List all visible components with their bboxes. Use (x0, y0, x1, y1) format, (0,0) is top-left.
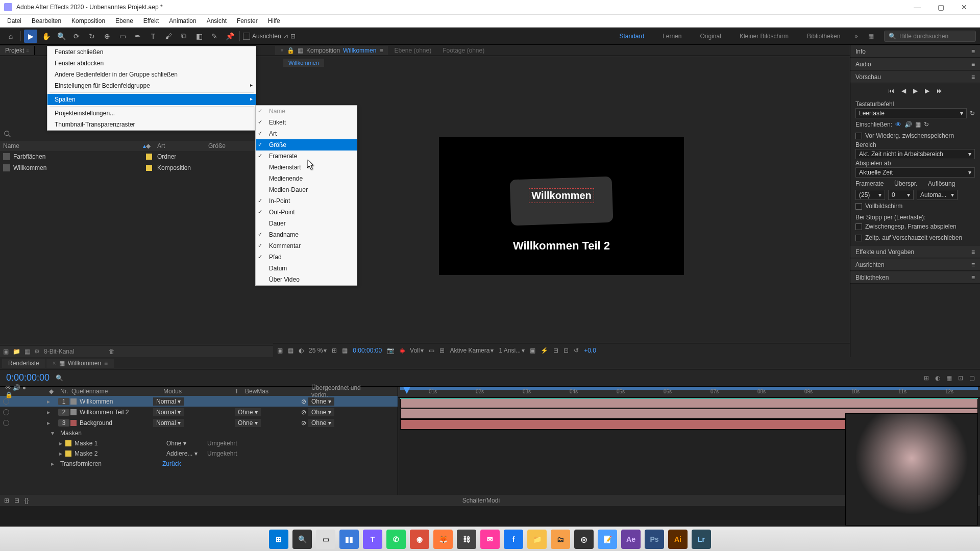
menu-bearbeiten[interactable]: Bearbeiten (27, 16, 66, 26)
exposure-value[interactable]: +0,0 (584, 347, 596, 354)
taskbar-app[interactable]: ▭ (316, 530, 335, 549)
libraries-panel-header[interactable]: Bibliotheken≡ (850, 271, 980, 284)
info-panel-header[interactable]: Info≡ (850, 45, 980, 58)
include-video-icon[interactable]: 👁 (895, 121, 901, 128)
help-search[interactable]: 🔍 Hilfe durchsuchen (884, 31, 976, 42)
anchor-tool[interactable]: ⊕ (101, 30, 114, 43)
menu-animation[interactable]: Animation (164, 16, 201, 26)
taskbar-app[interactable]: Ps (645, 530, 664, 549)
project-search-icon[interactable] (4, 131, 11, 138)
switches-modes-toggle[interactable]: Schalter/Modi (462, 497, 500, 504)
taskbar-app[interactable]: ◉ (410, 530, 429, 549)
ctx-item[interactable]: Fenster schließen (47, 46, 256, 58)
playfrom-dropdown[interactable]: Aktuelle Zeit▾ (855, 167, 975, 178)
interpret-icon[interactable]: ▣ (3, 348, 9, 355)
maximize-button[interactable]: ▢ (929, 0, 952, 15)
trash-icon[interactable]: 🗑 (109, 348, 115, 355)
new-comp-icon[interactable]: ▦ (24, 348, 30, 355)
taskbar-app[interactable]: Ae (621, 530, 641, 549)
taskbar-app[interactable]: f (504, 530, 523, 549)
shortcut-dropdown[interactable]: Leertaste▾ (855, 108, 967, 118)
ctx-item[interactable]: Einstellungen für Bedienfeldgruppe (47, 80, 256, 91)
first-frame-icon[interactable]: ⏮ (888, 87, 894, 94)
panels-icon[interactable]: ▦ (868, 33, 874, 40)
composition-viewer[interactable]: Willkommen Willkommen Teil 2 (273, 69, 850, 343)
snap-opt1-icon[interactable]: ⊿ (283, 33, 288, 40)
tl-icon-1[interactable]: ⊞ (924, 374, 929, 382)
taskbar-app[interactable]: 🗂 (551, 530, 570, 549)
menu-effekt[interactable]: Effekt (138, 16, 164, 26)
timeline-search-icon[interactable]: 🔍 (56, 374, 63, 382)
close-button[interactable]: ✕ (952, 0, 976, 15)
column-toggle[interactable]: ✓Bandname (256, 229, 357, 240)
current-timecode[interactable]: 0:00:00:00 (0, 372, 56, 383)
eraser-tool[interactable]: ◧ (192, 30, 206, 43)
mask-row-1[interactable]: ▸Maske 1Ohne ▾Umgekehrt (0, 438, 398, 448)
mask-row-2[interactable]: ▸Maske 2Addiere... ▾Umgekehrt (0, 448, 398, 459)
preview-panel-header[interactable]: Vorschau≡ (850, 71, 980, 83)
snap-checkbox[interactable] (243, 33, 250, 40)
taskbar-app[interactable]: 📁 (527, 530, 547, 549)
stop-time-checkbox[interactable] (855, 235, 862, 241)
taskbar-app[interactable]: Lr (692, 530, 711, 549)
taskbar-app[interactable]: ✆ (386, 530, 406, 549)
cache-checkbox[interactable] (855, 133, 862, 139)
refresh-icon[interactable]: ↻ (970, 110, 975, 117)
transparency-icon[interactable]: ▦ (288, 347, 293, 354)
mask2-mode-dropdown[interactable]: Addiere... ▾ (166, 450, 198, 457)
mask1-mode-dropdown[interactable]: Ohne ▾ (166, 440, 186, 447)
snapshot-icon[interactable]: 📷 (387, 347, 395, 354)
grid-icon[interactable]: ▦ (342, 347, 348, 354)
project-column-headers[interactable]: Name▴ ◆ Art Größe (0, 141, 273, 151)
taskbar-app[interactable]: ◎ (574, 530, 594, 549)
comp-lock-icon[interactable]: 🔒 (287, 47, 295, 54)
column-toggle[interactable]: Dauer (256, 218, 357, 229)
layer-row[interactable]: ▸1WillkommenNormal ▾⊘Ohne ▾ (0, 396, 398, 407)
taskbar-app[interactable]: Ai (668, 530, 688, 549)
next-frame-icon[interactable]: ▶ (925, 87, 929, 94)
shape-tool[interactable]: ▭ (116, 30, 129, 43)
range-dropdown[interactable]: Akt. Zeit nicht in Arbeitsbereich▾ (855, 149, 975, 159)
expand-icon[interactable]: ▸ (51, 460, 58, 467)
project-tab[interactable]: Projekt ≡ (0, 46, 35, 55)
bit-depth[interactable]: 8-Bit-Kanal (44, 348, 74, 355)
column-toggle[interactable]: ✓Out-Point (256, 207, 357, 218)
include-audio-icon[interactable]: 🔊 (904, 121, 912, 128)
loop-icon[interactable]: ↻ (924, 121, 929, 128)
expand-icon[interactable]: ▸ (59, 440, 62, 447)
column-toggle[interactable]: ✓Name (256, 106, 357, 117)
rotate-tool[interactable]: ↻ (85, 30, 99, 43)
framerate-dropdown[interactable]: (25)▾ (855, 190, 885, 200)
column-toggle[interactable]: ✓Art (256, 128, 357, 139)
orbit-tool[interactable]: ⟳ (70, 30, 83, 43)
column-toggle[interactable]: ✓Größe (256, 139, 357, 151)
column-toggle[interactable]: ✓Kommentar (256, 240, 357, 252)
menu-ebene[interactable]: Ebene (110, 16, 138, 26)
zoom-tool[interactable]: 🔍 (55, 30, 68, 43)
snap-opt2-icon[interactable]: ⊡ (290, 33, 296, 40)
camera-dropdown[interactable]: Aktive Kamera ▾ (450, 347, 494, 354)
column-toggle[interactable]: ✓In-Point (256, 195, 357, 207)
layer-tab[interactable]: Ebene (ohne) (389, 46, 436, 55)
comp-tab[interactable]: × 🔒 ▦ Komposition Willkommen ≡ (275, 46, 388, 55)
taskbar-app[interactable]: ⛓ (457, 530, 476, 549)
stop-cache-checkbox[interactable] (855, 223, 862, 230)
ctx-item[interactable]: Andere Bedienfelder in der Gruppe schlie… (47, 69, 256, 80)
fast-preview-icon[interactable]: ⚡ (541, 347, 548, 354)
project-item[interactable]: FarbflächenOrdner (0, 151, 273, 162)
puppet-tool[interactable]: 📌 (223, 30, 236, 43)
audio-panel-header[interactable]: Audio≡ (850, 58, 980, 70)
menu-komposition[interactable]: Komposition (66, 16, 110, 26)
column-toggle[interactable]: Medienende (256, 173, 357, 184)
taskbar-app[interactable]: 🔍 (292, 530, 312, 549)
align-panel-header[interactable]: Ausrichten≡ (850, 259, 980, 271)
guides-icon[interactable]: ⊞ (439, 347, 445, 354)
comp-breadcrumb[interactable]: Willkommen (283, 59, 324, 67)
include-overlay-icon[interactable]: ▦ (915, 121, 921, 128)
render-queue-tab[interactable]: Renderliste (2, 359, 45, 368)
workspace-bibliotheken[interactable]: Bibliotheken (803, 32, 844, 41)
roto-tool[interactable]: ✎ (208, 30, 221, 43)
layer-row[interactable]: ▸2Willkommen Teil 2Normal ▾Ohne ▾⊘Ohne ▾ (0, 407, 398, 417)
tl-icon-3[interactable]: ▦ (946, 374, 952, 382)
column-toggle[interactable]: Über Video (256, 274, 357, 285)
